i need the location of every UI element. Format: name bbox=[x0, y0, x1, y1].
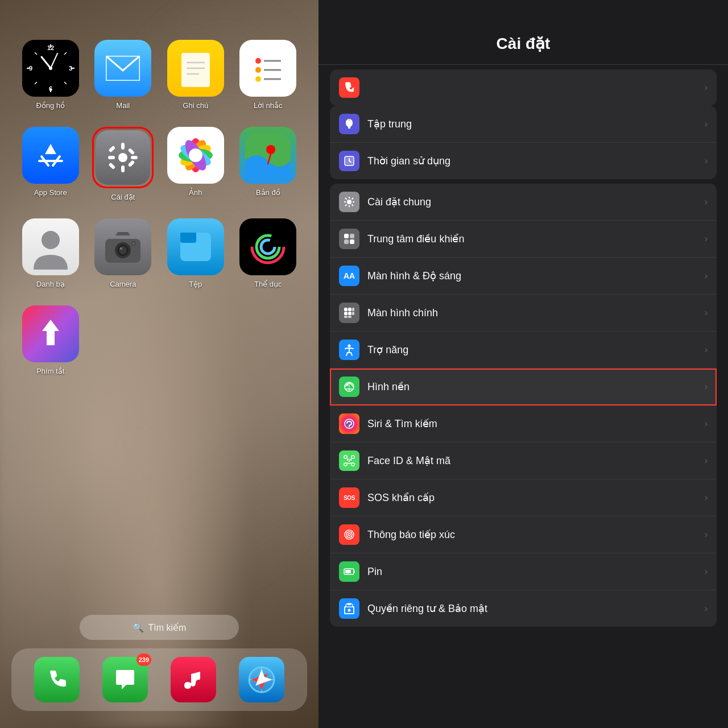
app-cai-dat[interactable]: Cài đặt bbox=[90, 127, 157, 201]
maps-icon bbox=[239, 127, 296, 184]
app-danh-ba[interactable]: Danh bạ bbox=[17, 218, 84, 288]
svg-line-78 bbox=[352, 205, 354, 206]
app-the-duc[interactable]: Thể dục bbox=[235, 218, 302, 288]
svg-point-15 bbox=[49, 67, 52, 70]
exposure-icon bbox=[339, 524, 359, 545]
dock-music[interactable] bbox=[171, 657, 216, 702]
svg-rect-84 bbox=[350, 239, 354, 244]
dock-messages[interactable]: 239 bbox=[102, 657, 148, 702]
settings-row-control[interactable]: Trung tâm điều khiển › bbox=[330, 221, 717, 258]
general-label: Cài đặt chung bbox=[367, 196, 705, 208]
homescreen-chevron: › bbox=[705, 308, 708, 318]
app-tep[interactable]: Tệp bbox=[162, 218, 229, 288]
svg-rect-86 bbox=[348, 308, 351, 311]
control-icon bbox=[339, 229, 359, 249]
settings-row-exposure[interactable]: Thông báo tiếp xúc › bbox=[330, 516, 717, 553]
app-dong-ho[interactable]: 12 3 6 9 bbox=[17, 40, 84, 110]
app-phim-tat[interactable]: Phím tắt bbox=[17, 305, 84, 375]
svg-point-110 bbox=[346, 536, 348, 537]
settings-row-screentime[interactable]: Thời gian sử dụng › bbox=[330, 143, 717, 179]
svg-rect-35 bbox=[131, 156, 138, 159]
svg-point-22 bbox=[255, 58, 261, 64]
settings-row-wallpaper[interactable]: Hình nền › bbox=[330, 369, 717, 406]
svg-rect-99 bbox=[351, 456, 354, 458]
app-ban-do[interactable]: Bản đồ bbox=[235, 127, 302, 201]
exposure-label: Thông báo tiếp xúc bbox=[367, 528, 705, 541]
general-icon bbox=[339, 192, 359, 212]
privacy-icon bbox=[339, 598, 359, 619]
settings-row-siri[interactable]: Siri & Tìm kiếm › bbox=[330, 406, 717, 442]
siri-chevron: › bbox=[705, 419, 708, 429]
svg-rect-59 bbox=[180, 233, 196, 243]
wallpaper-label: Hình nền bbox=[367, 380, 705, 393]
settings-row-display[interactable]: AA Màn hình & Độ sáng › bbox=[330, 258, 717, 295]
settings-row-privacy[interactable]: Quyền riêng tư & Bảo mật › bbox=[330, 590, 717, 627]
app-mail-label: Mail bbox=[116, 101, 130, 110]
app-loi-nhac[interactable]: Lời nhắc bbox=[235, 40, 302, 110]
app-anh[interactable]: Ảnh bbox=[162, 127, 229, 201]
display-chevron: › bbox=[705, 271, 708, 281]
settings-row-focus[interactable]: Tập trung › bbox=[330, 106, 717, 143]
svg-rect-32 bbox=[121, 143, 125, 150]
contacts-icon bbox=[22, 218, 79, 275]
homescreen-icon bbox=[339, 303, 359, 323]
app-tep-label: Tệp bbox=[189, 280, 202, 288]
clock-icon: 12 3 6 9 bbox=[22, 40, 79, 97]
svg-point-93 bbox=[348, 345, 351, 348]
svg-rect-83 bbox=[344, 239, 349, 244]
app-ghi-chu[interactable]: Ghi chú bbox=[162, 40, 229, 110]
privacy-label: Quyền riêng tư & Bảo mật bbox=[367, 602, 705, 615]
settings-row-top-partial[interactable]: › bbox=[330, 69, 717, 106]
sos-label: SOS khẩn cấp bbox=[367, 491, 705, 504]
app-ghi-chu-label: Ghi chú bbox=[183, 101, 208, 110]
screentime-chevron: › bbox=[705, 156, 708, 166]
siri-icon bbox=[339, 413, 359, 434]
focus-icon bbox=[339, 114, 359, 134]
siri-label: Siri & Tìm kiếm bbox=[367, 417, 705, 430]
faceid-label: Face ID & Mật mã bbox=[367, 454, 705, 467]
svg-rect-100 bbox=[344, 463, 347, 466]
settings-icon-partial bbox=[339, 77, 359, 98]
svg-rect-87 bbox=[352, 308, 354, 311]
svg-point-49 bbox=[42, 231, 60, 249]
settings-row-general[interactable]: Cài đặt chung › bbox=[330, 184, 717, 221]
shortcuts-icon bbox=[22, 305, 79, 362]
app-camera[interactable]: Camera bbox=[90, 218, 157, 288]
app-cai-dat-label: Cài đặt bbox=[111, 193, 135, 201]
focus-label: Tập trung bbox=[367, 118, 705, 130]
svg-point-111 bbox=[351, 536, 352, 537]
settings-icon bbox=[96, 130, 150, 185]
svg-rect-91 bbox=[344, 316, 348, 318]
faceid-icon bbox=[339, 450, 359, 471]
control-label: Trung tâm điều khiển bbox=[367, 233, 705, 245]
focus-chevron: › bbox=[705, 119, 708, 129]
settings-group-2: Cài đặt chung › Trung tâm điều khiển › bbox=[330, 184, 717, 627]
settings-row-faceid[interactable]: Face ID & Mật mã › bbox=[330, 442, 717, 479]
home-screen: 12 3 6 9 bbox=[0, 0, 318, 728]
settings-row-battery[interactable]: Pin › bbox=[330, 553, 717, 590]
dock-safari[interactable] bbox=[239, 657, 284, 702]
settings-row-homescreen[interactable]: Màn hình chính › bbox=[330, 295, 717, 332]
general-chevron: › bbox=[705, 197, 708, 207]
svg-rect-33 bbox=[121, 166, 125, 172]
camera-icon bbox=[94, 218, 151, 275]
app-appstore[interactable]: App Store bbox=[17, 127, 84, 201]
svg-rect-18 bbox=[181, 53, 210, 87]
svg-point-46 bbox=[189, 148, 202, 162]
display-icon: AA bbox=[339, 266, 359, 286]
app-camera-label: Camera bbox=[110, 280, 136, 288]
svg-point-107 bbox=[348, 533, 350, 536]
search-bar[interactable]: 🔍 Tìm kiếm bbox=[80, 615, 239, 640]
svg-rect-36 bbox=[109, 146, 116, 153]
app-appstore-label: App Store bbox=[34, 188, 67, 197]
sos-icon: SOS bbox=[339, 487, 359, 508]
settings-highlight-border bbox=[92, 127, 154, 188]
dock-phone[interactable] bbox=[34, 657, 80, 702]
dock: 239 bbox=[11, 648, 307, 711]
chevron-partial: › bbox=[705, 82, 708, 93]
app-mail[interactable]: Mail bbox=[90, 40, 157, 110]
settings-row-sos[interactable]: SOS SOS khẩn cấp › bbox=[330, 479, 717, 516]
settings-row-accessibility[interactable]: Trợ năng › bbox=[330, 332, 717, 369]
settings-title: Cài đặt bbox=[336, 34, 711, 53]
control-chevron: › bbox=[705, 234, 708, 244]
